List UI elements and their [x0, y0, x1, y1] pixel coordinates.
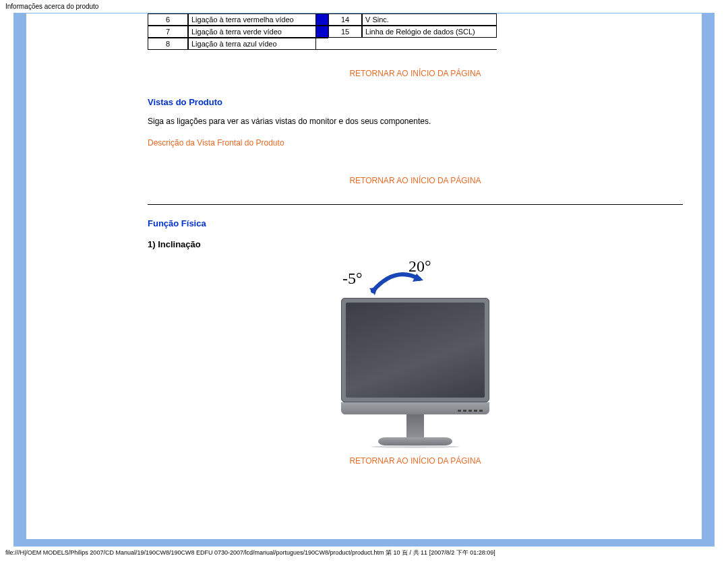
- file-path-footer: file:///H|/OEM MODELS/Philips 2007/CD Ma…: [0, 547, 728, 559]
- vistas-text: Siga as ligações para ver as várias vist…: [148, 117, 683, 126]
- table-row: 7 Ligação à terra verde vídeo 15 Linha d…: [148, 26, 683, 38]
- tilt-illustration: -5° 20°: [328, 257, 503, 448]
- pin-desc: V Sinc.: [362, 13, 497, 26]
- pin-num: 8: [148, 38, 188, 50]
- return-top-link[interactable]: RETORNAR AO INÍCIO DA PÁGINA: [349, 176, 481, 185]
- return-top-link[interactable]: RETORNAR AO INÍCIO DA PÁGINA: [349, 69, 481, 78]
- pin-desc: Ligação à terra verde vídeo: [188, 26, 316, 38]
- table-gap: [316, 13, 328, 26]
- page-header: Informações acerca do produto: [0, 0, 728, 10]
- tilt-arrow-icon: [369, 270, 423, 296]
- section-divider: [148, 204, 683, 205]
- pin-num: 7: [148, 26, 188, 38]
- content-frame: 6 Ligação à terra vermelha vídeo 14 V Si…: [13, 13, 715, 547]
- pin-table: 6 Ligação à terra vermelha vídeo 14 V Si…: [148, 13, 683, 50]
- table-gap: [316, 26, 328, 38]
- pin-num: 14: [328, 13, 362, 26]
- pin-num: 6: [148, 13, 188, 26]
- inclinacao-subheading: 1) Inclinação: [148, 239, 683, 249]
- left-rail: [14, 13, 26, 539]
- table-row: 6 Ligação à terra vermelha vídeo 14 V Si…: [148, 13, 683, 26]
- return-top-link[interactable]: RETORNAR AO INÍCIO DA PÁGINA: [349, 456, 481, 466]
- pin-num: 15: [328, 26, 362, 38]
- front-view-link[interactable]: Descrição da Vista Frontal do Produto: [148, 138, 284, 148]
- pin-desc: Ligação à terra azul vídeo: [188, 38, 316, 50]
- section-vistas-title: Vistas do Produto: [148, 97, 683, 107]
- tilt-neg-label: -5°: [342, 270, 363, 288]
- section-funcao-title: Função Física: [148, 218, 683, 228]
- right-rail: [702, 13, 714, 539]
- table-row: 8 Ligação à terra azul vídeo: [148, 38, 683, 50]
- svg-marker-1: [369, 287, 377, 295]
- pin-desc: Linha de Relógio de dados (SCL): [362, 26, 497, 38]
- empty-cell: [362, 38, 497, 50]
- bottom-bar: [14, 539, 714, 546]
- table-gap: [316, 38, 328, 50]
- pin-desc: Ligação à terra vermelha vídeo: [188, 13, 316, 26]
- empty-cell: [328, 38, 362, 50]
- monitor-icon: [341, 298, 489, 448]
